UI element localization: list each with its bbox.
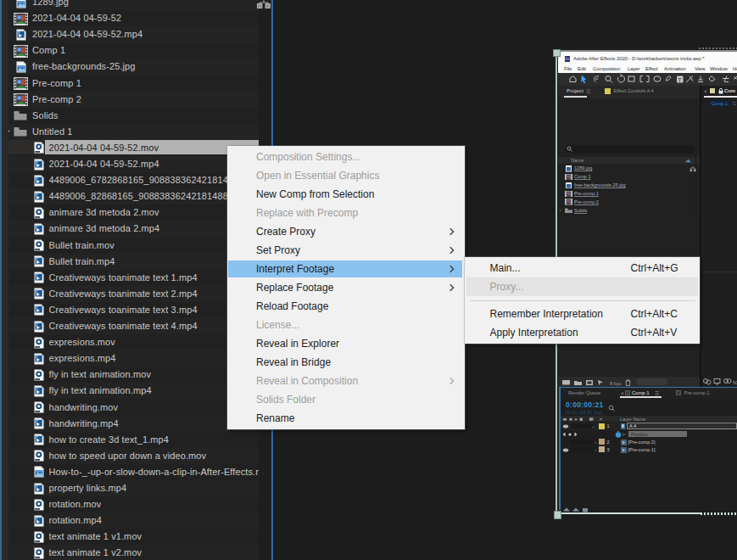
svg-text:T: T [678, 76, 682, 84]
svg-text:50: 50 [733, 380, 737, 385]
svg-text:8 bpc: 8 bpc [610, 381, 622, 386]
